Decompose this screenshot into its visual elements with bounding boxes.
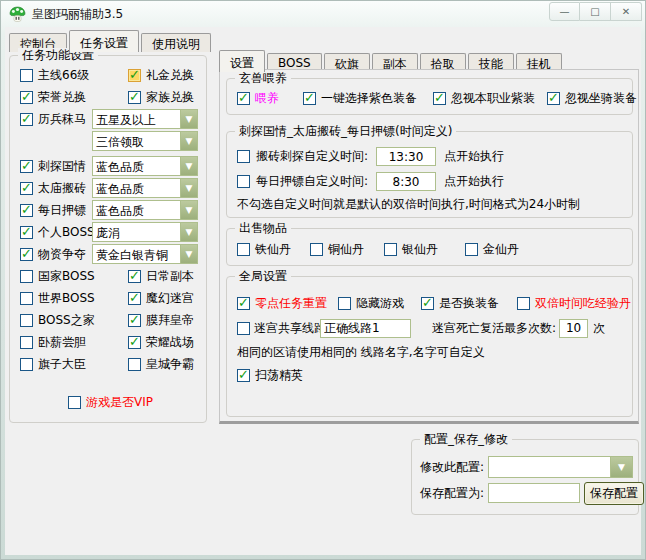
feed-checkbox-item[interactable]: 忽视本职业紫装 — [433, 90, 535, 107]
task-checkbox-item[interactable]: 魔幻迷宫 — [128, 290, 194, 307]
chevron-down-icon[interactable]: ▼ — [180, 201, 197, 219]
checkbox[interactable] — [128, 358, 141, 371]
checkbox[interactable] — [20, 160, 33, 173]
minimize-button[interactable]: — — [549, 2, 580, 21]
close-button[interactable]: ✕ — [611, 2, 642, 21]
checkbox-label: 刺探国情 — [38, 158, 92, 175]
global-checkbox-item[interactable]: 双倍时间吃经验丹 — [517, 295, 631, 312]
quality-dropdown[interactable]: 蓝色品质 ▼ — [92, 178, 198, 198]
task-checkbox-item[interactable]: 家族兑换 — [128, 89, 194, 106]
task-checkbox-item[interactable]: 日常副本 — [128, 268, 194, 285]
pill-checkbox-item[interactable]: 金仙丹 — [465, 241, 519, 258]
quality-dropdown[interactable]: 蓝色品质 ▼ — [92, 200, 198, 220]
checkbox-label: 日常副本 — [146, 268, 194, 285]
global-checkbox-item[interactable]: 零点任务重置 — [237, 295, 327, 312]
feed-checkbox-item[interactable]: 一键选择紫色装备 — [303, 90, 417, 107]
checkbox[interactable] — [465, 243, 478, 256]
task-checkbox-item[interactable]: 皇城争霸 — [128, 356, 194, 373]
maximize-button[interactable]: □ — [580, 2, 611, 21]
checkbox[interactable] — [421, 297, 434, 310]
checkbox[interactable] — [237, 369, 250, 382]
checkbox[interactable] — [338, 297, 351, 310]
checkbox[interactable] — [20, 91, 33, 104]
revive-count-input[interactable] — [559, 319, 588, 338]
chevron-down-icon[interactable]: ▼ — [180, 157, 197, 175]
modify-config-dropdown[interactable]: ▼ — [488, 456, 633, 478]
checkbox[interactable] — [237, 175, 250, 188]
pill-checkbox-item[interactable]: 铜仙丹 — [310, 241, 364, 258]
checkbox[interactable] — [237, 322, 250, 335]
checkbox[interactable] — [20, 270, 33, 283]
maze-line-input[interactable] — [320, 319, 411, 338]
checkbox[interactable] — [517, 297, 530, 310]
task-checkbox-item[interactable]: 主线66级 — [20, 67, 128, 84]
checkbox[interactable] — [310, 243, 323, 256]
quality-dropdown[interactable]: 五星及以上 ▼ — [92, 109, 198, 129]
save-config-button[interactable]: 保存配置 — [584, 482, 644, 505]
escort-time-input[interactable] — [376, 172, 436, 191]
checkbox[interactable] — [237, 243, 250, 256]
save-config-input[interactable] — [488, 483, 580, 503]
quality-dropdown[interactable]: 三倍领取 ▼ — [92, 131, 198, 151]
checkbox[interactable] — [433, 92, 446, 105]
checkbox-label: 世界BOSS — [38, 290, 95, 307]
checkbox[interactable] — [303, 92, 316, 105]
task-function-groupbox: 任务功能设置 主线66级 礼金兑换 荣誉兑换 家族 — [9, 55, 207, 423]
chevron-down-icon[interactable]: ▼ — [180, 245, 197, 263]
task-checkbox-item[interactable]: BOSS之家 — [20, 312, 128, 329]
checkbox[interactable] — [128, 336, 141, 349]
checkbox[interactable] — [20, 248, 33, 261]
checkbox[interactable] — [128, 91, 141, 104]
feed-checkbox-item[interactable]: 忽视坐骑装备 — [547, 90, 637, 107]
checkbox[interactable] — [20, 113, 33, 126]
checkbox[interactable] — [20, 358, 33, 371]
vip-checkbox-item[interactable]: 游戏是否VIP — [68, 394, 153, 411]
task-checkbox-item[interactable]: 荣誉兑换 — [20, 89, 128, 106]
task-checkbox-item[interactable]: 世界BOSS — [20, 290, 128, 307]
chevron-down-icon[interactable]: ▼ — [610, 457, 632, 477]
checkbox[interactable] — [20, 314, 33, 327]
checkbox[interactable] — [237, 150, 250, 163]
checkbox[interactable] — [20, 182, 33, 195]
checkbox[interactable] — [20, 292, 33, 305]
checkbox[interactable] — [237, 92, 250, 105]
task-checkbox-item[interactable]: 荣耀战场 — [128, 334, 194, 351]
pill-checkbox-item[interactable]: 铁仙丹 — [237, 241, 291, 258]
checkbox[interactable] — [20, 69, 33, 82]
checkbox[interactable] — [20, 226, 33, 239]
chevron-down-icon[interactable]: ▼ — [180, 132, 197, 150]
time-label: 搬砖刺探自定义时间: — [256, 148, 376, 165]
chevron-down-icon[interactable]: ▼ — [180, 179, 197, 197]
checkbox[interactable] — [547, 92, 560, 105]
task-checkbox-item[interactable]: 旗子大臣 — [20, 356, 128, 373]
boss-dropdown[interactable]: 庞涓 ▼ — [92, 222, 198, 242]
checkbox[interactable] — [128, 69, 141, 82]
task-checkbox-item[interactable]: 礼金兑换 — [128, 67, 194, 84]
checkbox[interactable] — [68, 396, 81, 409]
tab-instructions[interactable]: 使用说明 — [141, 33, 211, 52]
checkbox[interactable] — [20, 336, 33, 349]
chevron-down-icon[interactable]: ▼ — [180, 110, 197, 128]
global-checkbox-item[interactable]: 是否换装备 — [421, 295, 499, 312]
chevron-down-icon[interactable]: ▼ — [180, 223, 197, 241]
checkbox[interactable] — [237, 297, 250, 310]
checkbox[interactable] — [128, 270, 141, 283]
pill-checkbox-item[interactable]: 银仙丹 — [384, 241, 438, 258]
checkbox[interactable] — [20, 204, 33, 217]
brick-time-input[interactable] — [376, 147, 436, 166]
checkbox[interactable] — [128, 314, 141, 327]
task-row: 荣誉兑换 家族兑换 — [20, 86, 202, 108]
tab-settings[interactable]: 设置 — [219, 50, 265, 72]
checkbox[interactable] — [128, 292, 141, 305]
feed-checkbox-item[interactable]: 喂养 — [237, 90, 279, 107]
tab-task-settings[interactable]: 任务设置 — [69, 30, 139, 52]
task-checkbox-item[interactable]: 膜拜皇帝 — [128, 312, 194, 329]
sweep-checkbox-item[interactable]: 扫荡精英 — [237, 367, 303, 384]
global-checkbox-item[interactable]: 隐藏游戏 — [338, 295, 404, 312]
selling-row: 铁仙丹 铜仙丹 银仙丹 金仙丹 — [237, 241, 519, 258]
task-checkbox-item[interactable]: 国家BOSS — [20, 268, 128, 285]
checkbox[interactable] — [384, 243, 397, 256]
material-dropdown[interactable]: 黄金白银青铜 ▼ — [92, 244, 198, 264]
quality-dropdown[interactable]: 蓝色品质 ▼ — [92, 156, 198, 176]
task-checkbox-item[interactable]: 卧薪尝胆 — [20, 334, 128, 351]
